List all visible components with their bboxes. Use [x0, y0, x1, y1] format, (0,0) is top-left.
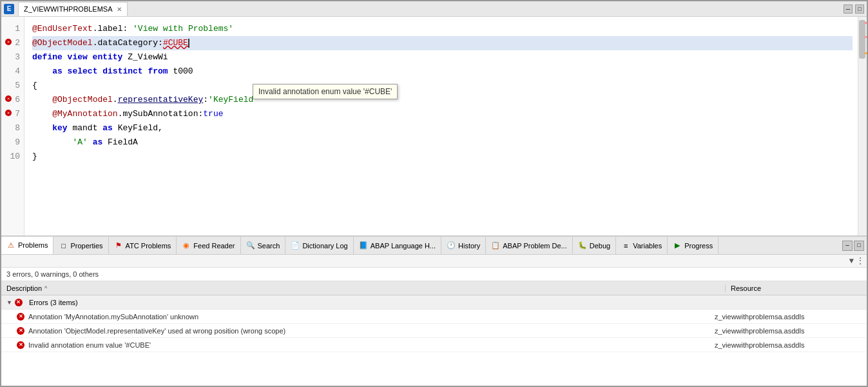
line-num-8: 8	[6, 121, 20, 135]
error-icon-3: ✕	[17, 341, 24, 349]
horizontal-scrollbar[interactable]	[1, 235, 867, 236]
tab-atc[interactable]: ⚑ ATC Problems	[109, 237, 177, 255]
tab-label: Z_VIEWWITHPROBLEMSA	[24, 5, 113, 13]
tab-abaplang[interactable]: 📘 ABAP Language H...	[354, 237, 441, 255]
sort-icon[interactable]: ^	[44, 285, 47, 292]
panel-controls: ─ □	[840, 241, 867, 251]
tab-feed[interactable]: ◉ Feed Reader	[177, 237, 240, 255]
error-row-2[interactable]: ✕ Annotation 'ObjectModel.representative…	[1, 324, 867, 338]
line-num-6: ✕ 6	[6, 93, 20, 107]
editor-area: 1 ✕ 2 3 4 5 ✕ 6 ✕ 7 8 9 10 @EndUserT	[1, 17, 867, 236]
error-mark-1	[864, 22, 867, 24]
tab-close-button[interactable]: ✕	[117, 6, 122, 13]
panel-minimize-button[interactable]: ─	[842, 241, 853, 251]
progress-tab-icon: ▶	[673, 241, 682, 250]
tab-history[interactable]: 🕐 History	[441, 237, 486, 255]
error-text-1: Annotation 'MyAnnotation.mySubAnnotation…	[28, 313, 709, 321]
tab-problems[interactable]: ⚠ Problems	[1, 237, 53, 255]
code-line-1: @EndUserText.label: 'View with Problems'	[32, 22, 853, 36]
tab-debug[interactable]: 🐛 Debug	[573, 237, 616, 255]
error-row-1[interactable]: ✕ Annotation 'MyAnnotation.mySubAnnotati…	[1, 310, 867, 324]
error-icon-2: ✕	[17, 327, 24, 335]
debug-tab-icon: 🐛	[578, 241, 587, 250]
minimize-button[interactable]: ─	[844, 5, 853, 14]
filter-icon[interactable]: ▼	[849, 257, 854, 266]
table-header: Description ^ Resource	[1, 281, 867, 295]
panel-tabs: ⚠ Problems □ Properties ⚑ ATC Problems ◉…	[1, 237, 867, 255]
error-group: ▼ ✕ Errors (3 items) ✕ Annotation 'MyAnn…	[1, 295, 867, 352]
line-num-9: 9	[6, 135, 20, 150]
code-line-3: define view entity Z_ViewWi	[32, 50, 853, 64]
dictlog-tab-icon: 📄	[291, 241, 300, 250]
code-line-6: @ObjectModel.representativeKey:'KeyField…	[32, 93, 853, 107]
title-bar: E Z_VIEWWITHPROBLEMSA ✕ ─ □	[1, 1, 867, 17]
abaplang-tab-icon: 📘	[359, 241, 368, 250]
resource-col-header[interactable]: Resource	[725, 284, 867, 292]
tab-dictlog[interactable]: 📄 Dictionary Log	[285, 237, 353, 255]
abaplang-tab-label: ABAP Language H...	[371, 242, 436, 250]
dictlog-tab-label: Dictionary Log	[302, 242, 347, 250]
code-area[interactable]: @EndUserText.label: 'View with Problems'…	[24, 17, 858, 235]
feed-tab-label: Feed Reader	[193, 242, 235, 250]
problems-tab-icon: ⚠	[6, 241, 15, 250]
resource-text-3: z_viewwithproblemsa.asddls	[709, 341, 851, 349]
variables-tab-label: Variables	[633, 242, 662, 250]
code-line-7: @MyAnnotation.mySubAnnotation:true	[32, 107, 853, 121]
line-num-1: 1	[6, 22, 20, 36]
error-icon-1: ✕	[17, 313, 24, 321]
error-text-3: Invalid annotation enum value '#CUBE'	[28, 341, 709, 349]
atc-tab-icon: ⚑	[114, 241, 123, 250]
group-error-icon: ✕	[15, 299, 23, 306]
bottom-panel: ⚠ Problems □ Properties ⚑ ATC Problems ◉…	[1, 236, 867, 387]
line-num-2: ✕ 2	[6, 36, 20, 50]
code-line-8: key mandt as KeyField,	[32, 121, 853, 135]
group-chevron: ▼	[6, 299, 12, 306]
problems-tab-label: Problems	[18, 241, 48, 249]
search-tab-icon: 🔍	[246, 241, 255, 250]
code-line-5: {	[32, 79, 853, 93]
progress-tab-label: Progress	[684, 242, 713, 250]
error-text-2: Annotation 'ObjectModel.representativeKe…	[28, 327, 709, 335]
line-num-4: 4	[6, 64, 20, 79]
group-label: Errors (3 items)	[29, 299, 78, 306]
resource-text-1: z_viewwithproblemsa.asddls	[709, 313, 851, 321]
description-col-header[interactable]: Description ^	[1, 284, 725, 292]
abapprob-tab-label: ABAP Problem De...	[503, 242, 566, 250]
properties-tab-label: Properties	[70, 242, 102, 250]
tab-variables[interactable]: ≡ Variables	[616, 237, 668, 255]
maximize-button[interactable]: □	[855, 5, 864, 14]
group-header[interactable]: ▼ ✕ Errors (3 items)	[1, 295, 867, 310]
feed-tab-icon: ◉	[182, 241, 191, 250]
error-mark-2	[864, 36, 867, 38]
more-options-icon[interactable]: ⋮	[856, 256, 864, 266]
tab-progress[interactable]: ▶ Progress	[668, 237, 719, 255]
problems-panel: 3 errors, 0 warnings, 0 others Descripti…	[1, 268, 867, 387]
error-tooltip: Invalid annotation enum value '#CUBE'	[253, 84, 398, 99]
code-line-9: 'A' as FieldA	[32, 135, 853, 150]
resource-text-2: z_viewwithproblemsa.asddls	[709, 327, 851, 335]
code-line-2: @ObjectModel.dataCategory:#CUBE	[32, 36, 853, 50]
tab-search[interactable]: 🔍 Search	[241, 237, 286, 255]
atc-tab-label: ATC Problems	[126, 242, 171, 250]
code-line-4: as select distinct from t000	[32, 64, 853, 79]
editor-tab[interactable]: Z_VIEWWITHPROBLEMSA ✕	[18, 2, 128, 16]
panel-maximize-button[interactable]: □	[854, 241, 864, 251]
abapprob-tab-icon: 📋	[491, 241, 500, 250]
problems-summary: 3 errors, 0 warnings, 0 others	[1, 268, 867, 281]
tab-properties[interactable]: □ Properties	[53, 237, 108, 255]
warning-mark	[864, 52, 867, 54]
line-num-3: 3	[6, 50, 20, 64]
line-num-10: 10	[6, 150, 20, 164]
history-tab-label: History	[458, 242, 480, 250]
line-numbers: 1 ✕ 2 3 4 5 ✕ 6 ✕ 7 8 9 10	[1, 17, 24, 235]
error-row-3[interactable]: ✕ Invalid annotation enum value '#CUBE' …	[1, 338, 867, 352]
properties-tab-icon: □	[59, 241, 68, 250]
debug-tab-label: Debug	[590, 242, 610, 250]
vertical-scrollbar[interactable]	[858, 17, 867, 235]
variables-tab-icon: ≡	[621, 241, 630, 250]
window-controls: ─ □	[844, 5, 864, 14]
history-tab-icon: 🕐	[447, 241, 456, 250]
tab-abapprob[interactable]: 📋 ABAP Problem De...	[486, 237, 572, 255]
line-num-5: 5	[6, 79, 20, 93]
line-num-7: ✕ 7	[6, 107, 20, 121]
